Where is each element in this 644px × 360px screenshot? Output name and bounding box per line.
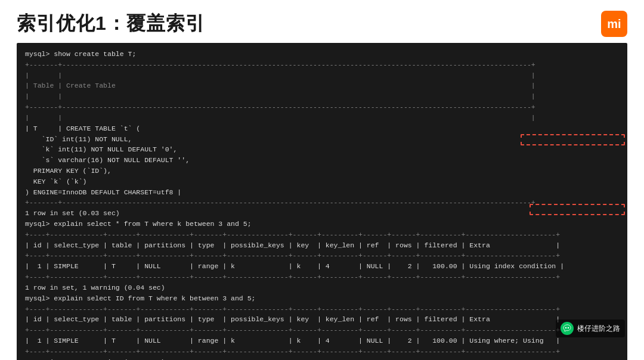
terminal-line: 1 row in set, 1 warning (0.04 sec) <box>25 283 619 293</box>
terminal-line: | 1 | SIMPLE | T | NULL | range | k | k … <box>25 261 619 272</box>
terminal-line: `ID` int(11) NOT NULL, <box>25 134 619 145</box>
terminal-line: | | | <box>25 91 619 102</box>
terminal-line: +-------+-------------------------------… <box>25 102 619 113</box>
terminal-line: | id | select_type | table | partitions … <box>25 240 619 251</box>
terminal-line: mysql> explain select ID from T where k … <box>25 293 619 304</box>
terminal-line: +-------+-------------------------------… <box>25 197 619 208</box>
terminal-line: `s` varchar(16) NOT NULL DEFAULT '', <box>25 155 619 166</box>
terminal-line: +----+-------------+-------+------------… <box>25 272 619 283</box>
terminal-line: +----+-------------+-------+------------… <box>25 346 619 357</box>
terminal-line: +----+-------------+-------+------------… <box>25 250 619 261</box>
terminal-line: +----+-------------+-------+------------… <box>25 229 619 240</box>
mi-logo: mi <box>601 11 627 37</box>
terminal-line: KEY `k` (`k`) <box>25 176 619 187</box>
terminal-line: `k` int(11) NOT NULL DEFAULT '0', <box>25 144 619 155</box>
terminal-line: mysql> show create table T; <box>25 49 619 60</box>
terminal-line: +----+-------------+-------+------------… <box>25 304 619 315</box>
terminal-block: mysql> show create table T;+-------+----… <box>17 43 627 360</box>
terminal-line: PRIMARY KEY (`ID`), <box>25 166 619 176</box>
watermark: 楼仔进阶之路 <box>556 319 625 337</box>
terminal-line: | Table | Create Table | <box>25 80 619 91</box>
terminal-line: 1 row in set (0.03 sec) <box>25 208 619 219</box>
page-header: 索引优化1：覆盖索引 mi <box>0 0 644 43</box>
mi-logo-text: mi <box>607 17 621 31</box>
terminal-line: | | | <box>25 113 619 123</box>
terminal-line: +----+-------------+-------+------------… <box>25 325 619 336</box>
terminal-line: 1 row in set, 1 warning (0.04 sec) <box>25 357 619 360</box>
wechat-icon <box>561 322 574 335</box>
terminal-line: +-------+-------------------------------… <box>25 60 619 70</box>
terminal-line: | T | CREATE TABLE `t` ( <box>25 123 619 134</box>
watermark-text: 楼仔进阶之路 <box>577 324 620 334</box>
terminal-line: | | | <box>25 70 619 81</box>
terminal-line: mysql> explain select * from T where k b… <box>25 219 619 229</box>
page-title: 索引优化1：覆盖索引 <box>17 11 205 37</box>
terminal-line: | 1 | SIMPLE | T | NULL | range | k | k … <box>25 336 619 346</box>
terminal-line: | id | select_type | table | partitions … <box>25 314 619 325</box>
svg-point-0 <box>565 327 566 328</box>
terminal-line: ) ENGINE=InnoDB DEFAULT CHARSET=utf8 | <box>25 187 619 198</box>
svg-point-1 <box>568 327 569 328</box>
